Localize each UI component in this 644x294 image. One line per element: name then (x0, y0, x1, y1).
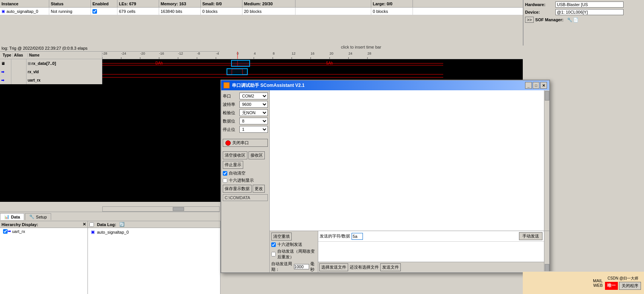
no-file-label: 还没有选择文件 (350, 264, 379, 270)
auto-clear-checkbox[interactable] (223, 171, 227, 176)
rx-data-svg: DAh 5Ah (102, 59, 523, 68)
horiz-scrollbar[interactable] (102, 206, 220, 212)
datalog-refresh-icon[interactable]: 🔄 (119, 222, 125, 227)
rx-vld-alias (11, 68, 27, 76)
recv-scrollbar[interactable] (544, 90, 549, 231)
device-label: Device: (525, 10, 555, 14)
datalog-title: Data Log: (97, 222, 116, 227)
col-memory: Memory: 163 (159, 0, 201, 7)
port-label: 串口 (223, 93, 238, 99)
databits-select[interactable]: 8 (239, 118, 268, 124)
close-port-btn[interactable]: 关闭串口 (223, 139, 268, 147)
hardware-row: Hardware: USB-Blaster [US (525, 2, 642, 8)
hardware-value: USB-Blaster [US (555, 2, 624, 8)
clear-recv-btn[interactable]: 清空接收区 (223, 151, 247, 159)
period-input[interactable] (294, 264, 309, 269)
col-type-header: Type (2, 53, 13, 57)
bus-icon: 🖥 (1, 61, 5, 66)
web-label: WEB (593, 283, 603, 288)
bottom-watermark: MAIL WEB CSDN @归一大师 唯一 关闭程序 (523, 271, 644, 294)
hierarchy-header: Hierarchy Display: ✕ (0, 221, 88, 228)
signal-names-header: Type Alias Name (0, 52, 102, 59)
stopbits-select[interactable]: 1 (239, 126, 268, 133)
send-file-btn[interactable]: 发送文件 (380, 263, 401, 271)
rx-vld-svg (102, 68, 523, 76)
watermark-csdn: CSDN @归一大师 唯一 关闭程序 (605, 276, 641, 290)
hex-display-label: 十六进制显示 (229, 178, 254, 183)
send-label: 发送的字符/数据 (320, 233, 350, 239)
uart-rx-name: uart_rx (28, 78, 41, 82)
datalog-header: Data Log: 🔄 (88, 221, 220, 228)
send-text-area[interactable] (318, 242, 544, 262)
datalog-panel: Data Log: 🔄 ▣ auto_signaltap_0 (88, 221, 220, 294)
watermark-btns: 唯一 关闭程序 (605, 282, 641, 290)
instance-medium: 20 blocks (242, 8, 295, 15)
hex-send-checkbox[interactable] (271, 242, 276, 247)
send-value-input[interactable] (352, 233, 363, 240)
send-right-panel: 发送的字符/数据 手动发送 选择发送文件 还没有选择文件 发送文件 (318, 231, 544, 272)
baud-label: 波特率 (223, 102, 238, 107)
manual-send-btn[interactable]: 手动发送 (519, 232, 542, 240)
auto-send-label: 自动发送（周期改变后重发） (277, 248, 316, 260)
spacer1 (223, 134, 268, 137)
tab-setup[interactable]: 🔧 Setup (25, 213, 51, 220)
cursor-box-rx-data (231, 60, 250, 67)
col-small: Small: 0/0 (201, 0, 242, 7)
datalog-checkbox[interactable] (89, 222, 94, 227)
spacer2 (223, 148, 268, 150)
rx-vld-waveform (102, 68, 523, 76)
instance-row: ▣ auto_signaltap_0 Not running 679 cells… (0, 8, 523, 15)
auto-send-checkbox[interactable] (271, 252, 276, 256)
dialog-close-btn[interactable]: ✕ (540, 82, 547, 89)
signal-info-rx-vld: ➡ rx_vld (0, 68, 102, 76)
save-display-btn[interactable]: 保存显示数据 (223, 185, 252, 193)
sof-row: >> SOF Manager: 🔧 📄 (525, 17, 642, 23)
stopbits-row: 停止位 1 (223, 126, 268, 133)
setup-tab-label: Setup (36, 215, 47, 219)
hex-display-checkbox[interactable] (223, 178, 227, 183)
instance-name-cell: ▣ auto_signaltap_0 (0, 8, 49, 15)
receive-area (270, 90, 549, 231)
col-name-header: Name (28, 53, 102, 57)
recv-scrollbar-thumb[interactable] (545, 91, 549, 101)
recv-btns: 清空接收区 接收区 (223, 151, 268, 159)
change-btn[interactable]: 更改 (253, 185, 265, 193)
instance-large: 0 blocks (371, 8, 413, 15)
sof-btn[interactable]: >> (525, 17, 534, 23)
rx-data-alias (11, 59, 27, 68)
port-select[interactable]: COM2 (239, 93, 268, 99)
clear-send-btn[interactable]: 清空重填 (271, 233, 292, 241)
enabled-checkbox[interactable] (92, 9, 97, 14)
file-btns-row: 选择发送文件 还没有选择文件 发送文件 (318, 262, 544, 272)
parity-label: 检验位 (223, 110, 238, 116)
baud-select[interactable]: 9600 (239, 101, 268, 108)
hierarchy-panel: Hierarchy Display: ✕ ➡ uart_rx (0, 221, 88, 294)
dialog-minimize-btn[interactable]: _ (525, 82, 532, 89)
instance-small: 0 blocks (201, 8, 242, 15)
dialog-maximize-btn[interactable]: □ (533, 82, 539, 89)
expand-icon[interactable]: ⊞ (28, 61, 31, 66)
hierarchy-checkbox[interactable] (3, 229, 8, 234)
rx-vld-name: rx_vld (28, 70, 39, 74)
hierarchy-close-btn[interactable]: ✕ (83, 222, 86, 227)
close-port-label: 关闭串口 (232, 140, 249, 146)
close-window-btn[interactable]: 关闭程序 (619, 282, 641, 290)
col-alias-header: Alias (13, 53, 28, 57)
recv-area-btn[interactable]: 接收区 (249, 151, 265, 159)
stop-display-btn[interactable]: 停止显示 (223, 161, 243, 169)
tab-data[interactable]: 📊 Data (0, 213, 24, 220)
horiz-scrollbar-thumb[interactable] (173, 207, 184, 211)
save-btns: 保存显示数据 更改 (223, 185, 268, 193)
waveform-header: Type Alias Name -28 -24 -20 -16 -12 -8 -… (0, 52, 523, 59)
sof-icon: 🔧 (567, 17, 572, 22)
instance-memory: 163840 bits (159, 8, 201, 15)
send-scrollbar[interactable] (544, 231, 549, 272)
select-file-btn[interactable]: 选择发送文件 (319, 263, 348, 271)
send-left-panel: 清空重填 十六进制发送 自动发送（周期改变后重发） 自动发送周期： 毫秒 (270, 231, 318, 272)
hex-send-row: 十六进制发送 (271, 242, 316, 247)
click-to-insert-label[interactable]: click to insert time bar (341, 45, 381, 49)
col-enabled: Enabled (91, 0, 117, 7)
parity-select[interactable]: 无NON (239, 109, 268, 116)
svg-text:5Ah: 5Ah (326, 61, 333, 65)
send-scrollbar-thumb[interactable] (545, 264, 549, 272)
